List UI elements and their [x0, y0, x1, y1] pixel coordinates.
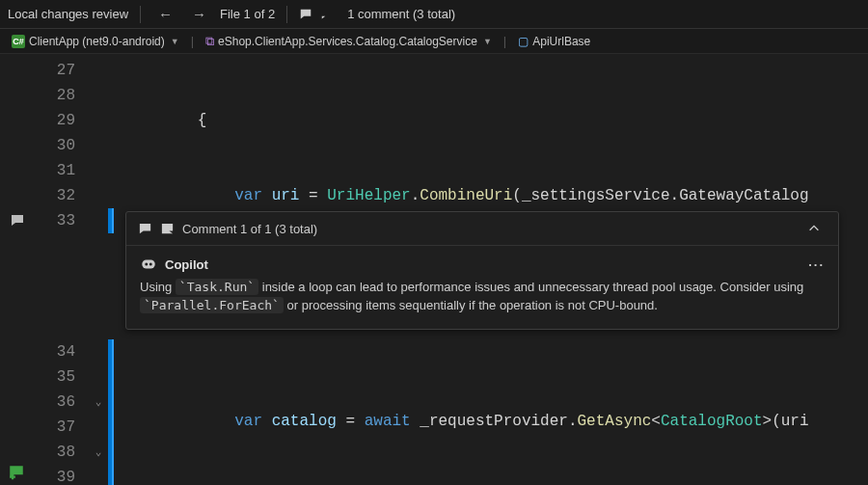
add-comment-icon — [8, 464, 25, 481]
comment-panel-header: Comment 1 of 1 (3 total) — [126, 212, 838, 246]
collapse-comment-button[interactable] — [801, 220, 827, 237]
next-comment-button[interactable] — [160, 222, 175, 236]
review-toolbar: Local changes review ← → File 1 of 2 1 c… — [0, 0, 868, 29]
comment-author: Copilot — [165, 257, 208, 272]
prev-change-button[interactable]: ← — [152, 4, 178, 24]
comment-glyph-row[interactable] — [0, 208, 35, 233]
svg-rect-0 — [142, 260, 155, 269]
breadcrumb-member-label: ApiUrlBase — [532, 35, 590, 48]
prev-comment-icon[interactable] — [299, 7, 312, 22]
breadcrumb-separator: | — [503, 34, 506, 48]
comment-text: Using `Task.Run` inside a loop can lead … — [140, 279, 825, 315]
next-comment-icon[interactable] — [320, 7, 334, 22]
breadcrumb-project[interactable]: C# ClientApp (net9.0-android) ▼ — [6, 33, 185, 50]
comment-body: Copilot ··· Using `Task.Run` inside a lo… — [126, 246, 838, 329]
comment-summary: 1 comment (3 total) — [347, 7, 455, 21]
chevron-down-icon: ▼ — [483, 37, 492, 46]
comment-thread-icon — [10, 213, 25, 229]
comment-panel-counter: Comment 1 of 1 (3 total) — [182, 222, 317, 236]
svg-point-1 — [145, 263, 148, 266]
prev-comment-button[interactable] — [138, 222, 152, 236]
chevron-down-icon: ▼ — [171, 37, 179, 46]
fold-toggle[interactable]: ⌄ — [89, 390, 108, 415]
glyph-margin — [0, 54, 35, 485]
comment-more-button[interactable]: ··· — [808, 257, 825, 272]
csharp-icon: C# — [12, 35, 25, 48]
fold-toggle[interactable]: ⌄ — [89, 440, 108, 465]
breadcrumb-separator: | — [191, 34, 194, 48]
class-icon: ⧉ — [205, 35, 214, 47]
breadcrumb-class[interactable]: ⧉ eShop.ClientApp.Services.Catalog.Catal… — [200, 33, 498, 50]
breadcrumb-bar: C# ClientApp (net9.0-android) ▼ | ⧉ eSho… — [0, 29, 868, 54]
toolbar-separator — [140, 6, 141, 23]
field-icon: ▢ — [518, 35, 529, 48]
breadcrumb-member[interactable]: ▢ ApiUrlBase — [512, 33, 596, 50]
inline-comment-panel: Comment 1 of 1 (3 total) Copilot ··· Usi… — [125, 211, 839, 330]
folding-column: ⌄ ⌄ — [89, 54, 108, 485]
toolbar-separator — [286, 6, 287, 23]
review-title: Local changes review — [8, 7, 128, 21]
file-counter: File 1 of 2 — [220, 7, 275, 21]
svg-point-2 — [149, 263, 152, 266]
breadcrumb-project-label: ClientApp (net9.0-android) — [29, 35, 165, 48]
copilot-icon — [140, 256, 157, 273]
next-change-button[interactable]: → — [186, 4, 212, 24]
add-comment-button[interactable] — [8, 464, 25, 481]
breadcrumb-class-label: eShop.ClientApp.Services.Catalog.Catalog… — [218, 35, 477, 48]
line-numbers: 27 28 29 30 31 32 33 34 35 36 37 38 39 4… — [35, 54, 89, 485]
